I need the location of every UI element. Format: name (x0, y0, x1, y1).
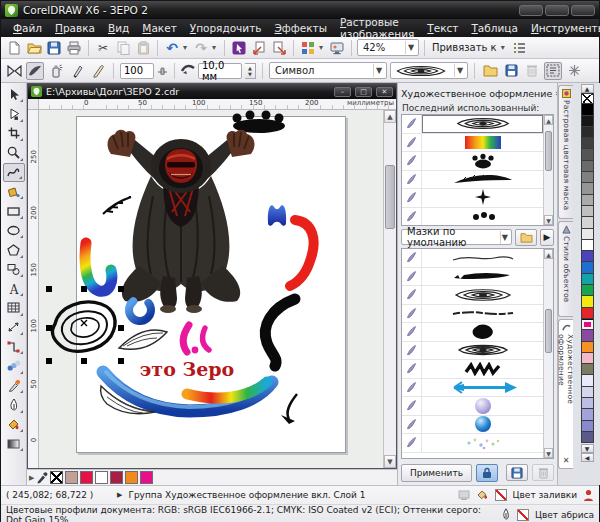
stroke-row-blue-sphere[interactable] (402, 416, 543, 435)
calligraphy-icon[interactable] (68, 62, 86, 80)
connector-tool[interactable] (3, 337, 25, 356)
tab-artistic-media[interactable]: Художественное оформление ✕ (558, 319, 573, 469)
color-swatch[interactable] (581, 217, 594, 228)
search-content-icon[interactable] (230, 39, 248, 57)
menu-effects[interactable]: Эффекты (268, 21, 333, 35)
new-document-icon[interactable] (5, 39, 23, 57)
stroke-width-field[interactable]: 10,0 мм (198, 63, 242, 79)
redo-icon[interactable]: ↷ (192, 39, 210, 57)
scroll-up-icon[interactable]: ▲ (384, 110, 396, 123)
color-swatch[interactable] (581, 161, 594, 172)
fill-bucket-icon[interactable] (476, 489, 489, 501)
stroke-row-thick-black[interactable] (402, 268, 543, 287)
color-swatch[interactable] (581, 285, 594, 296)
color-swatch[interactable] (581, 274, 594, 285)
undo-dropdown-icon[interactable]: ▾ (183, 43, 190, 52)
color-swatch[interactable] (581, 104, 594, 115)
table-tool[interactable] (3, 298, 25, 317)
stroke-row-blob[interactable] (402, 323, 543, 342)
zoom-level-combo[interactable]: 42%▼ (357, 39, 419, 56)
stroke-row-sparkle[interactable] (402, 189, 543, 208)
no-color-swatch[interactable] (581, 93, 594, 104)
recent-list-scrollbar[interactable]: ▲ ▼ (543, 115, 553, 225)
stroke-row-scribble[interactable] (402, 360, 543, 379)
save-stroke-list-icon[interactable] (506, 464, 528, 481)
delete-stroke-icon[interactable] (523, 62, 541, 80)
vertical-ruler[interactable]: 250 200 150 100 50 0 (28, 110, 39, 468)
color-swatch[interactable] (581, 172, 594, 183)
color-swatch[interactable] (581, 432, 594, 443)
basic-shapes-tool[interactable] (3, 260, 25, 279)
menu-edit[interactable]: Правка (49, 21, 101, 35)
proof-colors-icon[interactable] (458, 490, 470, 501)
stroke-row-thin-curve[interactable] (402, 249, 543, 268)
stroke-row-blue-arrow[interactable] (402, 379, 543, 398)
smoothing-slider-icon[interactable] (157, 63, 168, 78)
stroke-list-combo[interactable]: ▼ (390, 62, 468, 79)
doc-close-button[interactable]: ✕ (376, 87, 393, 97)
doc-color-swatch[interactable] (80, 471, 93, 484)
ellipse-tool[interactable] (3, 221, 25, 240)
menu-tools[interactable]: Инструменты (525, 21, 600, 35)
menu-file[interactable]: Файл (7, 21, 48, 35)
color-swatch[interactable] (581, 387, 594, 398)
undo-icon[interactable]: ↶ (163, 39, 181, 57)
outline-pen-icon[interactable] (501, 508, 511, 521)
color-swatch[interactable] (581, 398, 594, 409)
doc-color-swatch[interactable] (125, 471, 138, 484)
stroke-row-feather[interactable] (402, 171, 543, 190)
color-swatch[interactable] (581, 375, 594, 386)
text-wrap-icon[interactable] (544, 62, 562, 80)
fill-tool[interactable] (3, 415, 25, 434)
brush-stroke-icon[interactable] (26, 62, 44, 80)
color-swatch[interactable] (581, 240, 594, 251)
red-curve-shape[interactable] (290, 220, 314, 286)
stroke-row-lavender-sphere[interactable] (402, 397, 543, 416)
text-tool[interactable]: A (3, 279, 25, 298)
outline-pen-tool[interactable] (3, 395, 25, 414)
color-swatch[interactable] (581, 409, 594, 420)
palette-flyout-icon[interactable]: ▶ (29, 474, 34, 482)
doc-minimize-button[interactable]: – (334, 87, 351, 97)
color-swatch[interactable] (581, 127, 594, 138)
tab-object-styles[interactable]: Стили объектов (558, 221, 573, 317)
open-icon[interactable] (25, 39, 43, 57)
save-stroke-icon[interactable] (502, 62, 520, 80)
color-swatch[interactable] (581, 330, 594, 341)
color-swatch[interactable] (581, 342, 594, 353)
user-account-icon[interactable] (583, 489, 594, 502)
stroke-row-swirl[interactable] (402, 286, 543, 305)
rainbow-u-shape[interactable] (85, 243, 112, 291)
no-color-swatch[interactable] (50, 471, 63, 484)
tab-close-icon[interactable]: ✕ (563, 454, 570, 465)
interactive-fill-tool[interactable] (3, 434, 25, 453)
redo-dropdown-icon[interactable]: ▾ (212, 43, 219, 52)
white-feather-shape[interactable] (119, 330, 167, 349)
tab-bitmap-color-mask[interactable]: Растровая цветовая маска (558, 85, 573, 219)
color-swatch-selected[interactable] (581, 319, 594, 330)
color-swatch[interactable] (581, 206, 594, 217)
menu-view[interactable]: Вид (102, 21, 135, 35)
sprayer-icon[interactable] (47, 62, 65, 80)
stroke-row-swirl[interactable] (402, 115, 543, 134)
stroke-category-combo[interactable]: Символ▼ (269, 62, 387, 79)
color-swatch[interactable] (581, 364, 594, 375)
lock-icon[interactable] (476, 464, 498, 482)
snap-dropdown-icon[interactable]: ▾ (501, 43, 508, 52)
category-dropdown-icon[interactable]: ▼ (373, 64, 384, 77)
color-swatch[interactable] (581, 116, 594, 127)
menu-table[interactable]: Таблица (465, 21, 523, 35)
menu-text[interactable]: Текст (421, 21, 464, 35)
color-swatch[interactable] (581, 262, 594, 273)
color-swatch[interactable] (581, 183, 594, 194)
options-icon[interactable] (510, 39, 528, 57)
stroke-row-rough-line[interactable] (402, 305, 543, 324)
reset-defaults-icon[interactable] (565, 62, 583, 80)
artwork[interactable]: это Зеро (39, 110, 383, 468)
save-icon[interactable] (45, 39, 63, 57)
pressure-pen-icon[interactable] (89, 62, 107, 80)
apply-button[interactable]: Применить (401, 464, 472, 482)
shape-tool[interactable] (3, 104, 25, 123)
doc-color-swatch[interactable] (65, 471, 78, 484)
color-swatch[interactable] (581, 149, 594, 160)
